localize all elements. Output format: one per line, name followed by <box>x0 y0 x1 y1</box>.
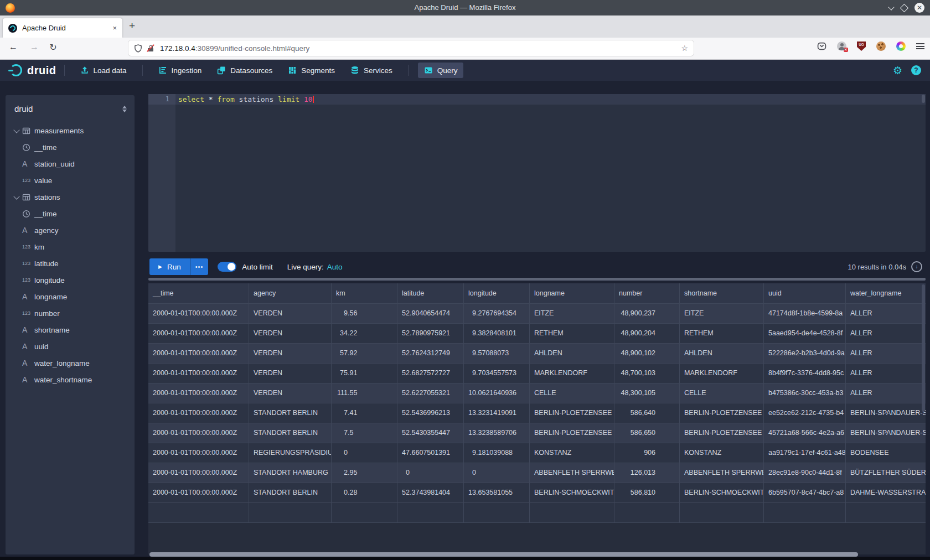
table-cell[interactable]: RETHEM <box>530 324 614 344</box>
table-cell[interactable]: MARKLENDORF <box>530 364 614 383</box>
table-cell[interactable]: ALLER <box>846 383 926 403</box>
table-cell[interactable]: 2000-01-01T00:00:00.000Z <box>148 443 249 463</box>
table-cell[interactable]: 13.3238589706 <box>464 423 530 443</box>
live-query-value[interactable]: Auto <box>327 263 343 271</box>
table-cell[interactable]: EITZE <box>530 304 614 324</box>
table-cell[interactable]: 47.6607501391 <box>397 443 464 463</box>
column-header-water-longname[interactable]: water_longname <box>846 283 926 304</box>
table-cell[interactable]: STANDORT BERLIN <box>249 483 332 503</box>
column-header-longname[interactable]: longname <box>530 283 614 304</box>
table-cell[interactable]: 111.55 <box>332 383 397 403</box>
sidebar-item-value[interactable]: 123value <box>6 172 135 189</box>
tab-close-button[interactable]: × <box>112 24 117 32</box>
table-cell[interactable]: 9.7034557573 <box>464 364 530 383</box>
new-tab-button[interactable]: + <box>129 20 135 32</box>
table-cell[interactable]: VERDEN <box>249 304 332 324</box>
table-cell[interactable]: CELLE <box>680 383 764 403</box>
help-icon[interactable]: ? <box>911 65 921 75</box>
nav-item-load-data[interactable]: Load data <box>74 63 133 78</box>
druid-brand[interactable]: druid <box>10 64 56 77</box>
table-cell[interactable]: 48,900,102 <box>614 344 680 364</box>
table-cell[interactable]: 52.7624312749 <box>397 344 464 364</box>
forward-button[interactable]: → <box>28 42 41 52</box>
nav-item-query[interactable]: Query <box>418 63 464 78</box>
table-cell[interactable]: 586,650 <box>614 423 680 443</box>
table-vertical-scrollbar[interactable] <box>922 284 925 412</box>
sidebar-item-longitude[interactable]: 123longitude <box>6 272 135 288</box>
table-cell[interactable]: 2000-01-01T00:00:00.000Z <box>148 423 249 443</box>
column-header-uuid[interactable]: uuid <box>764 283 846 304</box>
table-cell[interactable]: 9.2767694354 <box>464 304 530 324</box>
table-cell[interactable]: BODENSEE <box>846 443 926 463</box>
settings-gear-icon[interactable]: ⚙ <box>893 65 902 76</box>
table-cell[interactable]: 7.5 <box>332 423 397 443</box>
sidebar-item---time[interactable]: __time <box>6 139 135 155</box>
extension-account-icon[interactable]: ✕ <box>837 42 846 51</box>
table-cell[interactable]: BERLIN-SPANDAUER-S <box>846 423 926 443</box>
column-header-agency[interactable]: agency <box>249 283 332 304</box>
sidebar-item-agency[interactable]: Aagency <box>6 222 135 238</box>
table-cell[interactable]: 9.181039088 <box>464 443 530 463</box>
table-cell[interactable]: 126,013 <box>614 463 680 483</box>
column-header-shortname[interactable]: shortname <box>680 283 764 304</box>
table-cell[interactable]: BERLIN-PLOETZENSEE C <box>680 403 764 423</box>
table-cell[interactable]: 2000-01-01T00:00:00.000Z <box>148 463 249 483</box>
table-cell[interactable]: MARKLENDORF <box>680 364 764 383</box>
table-cell[interactable]: BERLIN-PLOETZENSEE U <box>680 423 764 443</box>
sidebar-item-measurements[interactable]: measurements <box>6 122 135 139</box>
column-header-longitude[interactable]: longitude <box>464 283 530 304</box>
table-cell[interactable]: STANDORT HAMBURG <box>249 463 332 483</box>
table-cell[interactable]: VERDEN <box>249 324 332 344</box>
sidebar-item-km[interactable]: 123km <box>6 238 135 255</box>
sidebar-item-longname[interactable]: Alongname <box>6 288 135 305</box>
table-cell[interactable]: ALLER <box>846 364 926 383</box>
table-cell[interactable]: ABBENFLETH SPERRWEI <box>680 463 764 483</box>
table-cell[interactable]: VERDEN <box>249 344 332 364</box>
table-cell[interactable]: BERLIN-SPANDAUER-S <box>846 403 926 423</box>
table-cell[interactable]: BERLIN-PLOETZENSEE U <box>530 423 614 443</box>
table-cell[interactable]: ALLER <box>846 304 926 324</box>
table-cell[interactable]: BERLIN-SCHMOECKWITZ <box>680 483 764 503</box>
table-cell[interactable]: b475386c-30cc-453a-b3 <box>764 383 846 403</box>
nav-item-ingestion[interactable]: Ingestion <box>152 63 208 78</box>
ublock-shield-icon[interactable]: UO <box>857 42 866 51</box>
table-cell[interactable]: 48,300,105 <box>614 383 680 403</box>
back-button[interactable]: ← <box>7 42 20 52</box>
auto-limit-toggle[interactable] <box>218 262 236 272</box>
table-cell[interactable]: 52.9040654474 <box>397 304 464 324</box>
double-caret-sort-icon[interactable] <box>122 106 127 112</box>
table-cell[interactable]: ALLER <box>846 324 926 344</box>
table-cell[interactable]: DAHME-WASSERSTRAS <box>846 483 926 503</box>
table-cell[interactable]: 45721a68-566c-4e2a-a6 <box>764 423 846 443</box>
table-cell[interactable]: EITZE <box>680 304 764 324</box>
table-cell[interactable]: 2000-01-01T00:00:00.000Z <box>148 324 249 344</box>
table-cell[interactable]: ABBENFLETH SPERRWEI <box>530 463 614 483</box>
window-minimize-icon[interactable] <box>888 5 894 11</box>
table-cell[interactable]: 7.41 <box>332 403 397 423</box>
insecure-lock-icon[interactable] <box>147 45 154 52</box>
table-cell[interactable]: 2000-01-01T00:00:00.000Z <box>148 304 249 324</box>
table-cell[interactable]: 75.91 <box>332 364 397 383</box>
table-cell[interactable]: aa9179c1-17ef-4c61-a48 <box>764 443 846 463</box>
table-cell[interactable]: 0 <box>397 463 464 483</box>
table-cell[interactable]: 2000-01-01T00:00:00.000Z <box>148 364 249 383</box>
table-cell[interactable]: 906 <box>614 443 680 463</box>
table-cell[interactable]: STANDORT BERLIN <box>249 403 332 423</box>
column-header-latitude[interactable]: latitude <box>397 283 464 304</box>
table-cell[interactable]: 9.56 <box>332 304 397 324</box>
sidebar-item-station-uuid[interactable]: Astation_uuid <box>6 155 135 172</box>
address-bar[interactable]: 172.18.0.4:30899/unified-console.html#qu… <box>128 40 694 56</box>
pocket-icon[interactable] <box>817 42 826 51</box>
table-cell[interactable]: VERDEN <box>249 383 332 403</box>
table-cell[interactable]: 2.95 <box>332 463 397 483</box>
sidebar-item---time[interactable]: __time <box>6 205 135 222</box>
table-cell[interactable]: ALLER <box>846 344 926 364</box>
table-cell[interactable]: 9.3828408101 <box>464 324 530 344</box>
table-cell[interactable]: 10.0621640936 <box>464 383 530 403</box>
table-cell[interactable]: RETHEM <box>680 324 764 344</box>
editor-scrollbar[interactable] <box>922 95 925 103</box>
query-editor[interactable]: 1 select * from stations limit 10 <box>148 94 926 252</box>
table-cell[interactable]: 34.22 <box>332 324 397 344</box>
run-button[interactable]: ▶ Run <box>149 258 190 275</box>
extensions-wheel-icon[interactable] <box>896 42 906 51</box>
